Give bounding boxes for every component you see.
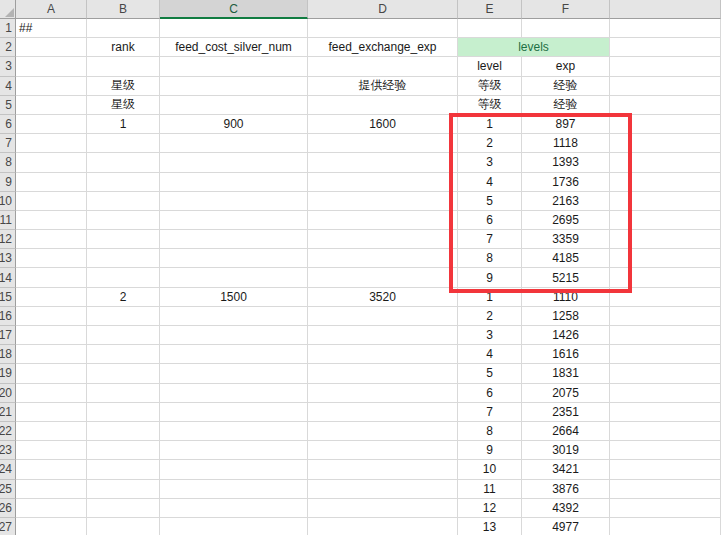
cell-B22[interactable] xyxy=(87,422,160,441)
cell-D22[interactable] xyxy=(308,422,458,441)
cell-A16[interactable] xyxy=(16,307,87,326)
cell-G13[interactable] xyxy=(610,249,721,268)
cell-A8[interactable] xyxy=(16,153,87,172)
cell-A13[interactable] xyxy=(16,249,87,268)
cell-E6[interactable]: 1 xyxy=(458,115,522,134)
cell-F19[interactable]: 1831 xyxy=(522,364,610,383)
cell-A15[interactable] xyxy=(16,288,87,307)
cell-F3[interactable]: exp xyxy=(522,57,610,76)
cell-F26[interactable]: 4392 xyxy=(522,499,610,518)
cell-C9[interactable] xyxy=(160,173,308,192)
cell-D7[interactable] xyxy=(308,134,458,153)
cell-F21[interactable]: 2351 xyxy=(522,403,610,422)
cell-C24[interactable] xyxy=(160,460,308,479)
cell-F23[interactable]: 3019 xyxy=(522,441,610,460)
cell-C18[interactable] xyxy=(160,345,308,364)
cell-G1[interactable] xyxy=(610,19,721,38)
cell-B4[interactable]: 星级 xyxy=(87,77,160,96)
cell-C25[interactable] xyxy=(160,480,308,499)
cell-E23[interactable]: 9 xyxy=(458,441,522,460)
cell-B18[interactable] xyxy=(87,345,160,364)
cell-D23[interactable] xyxy=(308,441,458,460)
cell-F24[interactable]: 3421 xyxy=(522,460,610,479)
cell-F11[interactable]: 2695 xyxy=(522,211,610,230)
cell-B20[interactable] xyxy=(87,384,160,403)
cell-B7[interactable] xyxy=(87,134,160,153)
cell-F15[interactable]: 1110 xyxy=(522,288,610,307)
cell-G14[interactable] xyxy=(610,268,721,287)
row-header-27[interactable]: 27 xyxy=(0,518,16,535)
column-header-d[interactable]: D xyxy=(308,0,458,19)
cell-F9[interactable]: 1736 xyxy=(522,173,610,192)
cell-E8[interactable]: 3 xyxy=(458,153,522,172)
cell-F27[interactable]: 4977 xyxy=(522,518,610,535)
cell-B27[interactable] xyxy=(87,518,160,535)
row-header-4[interactable]: 4 xyxy=(0,77,16,96)
cell-B14[interactable] xyxy=(87,268,160,287)
cell-E14[interactable]: 9 xyxy=(458,268,522,287)
cell-B13[interactable] xyxy=(87,249,160,268)
cell-D5[interactable] xyxy=(308,96,458,115)
cell-C14[interactable] xyxy=(160,268,308,287)
cell-D13[interactable] xyxy=(308,249,458,268)
cell-B15[interactable]: 2 xyxy=(87,288,160,307)
cell-B3[interactable] xyxy=(87,57,160,76)
cell-B24[interactable] xyxy=(87,460,160,479)
row-header-13[interactable]: 13 xyxy=(0,249,16,268)
cell-C6[interactable]: 900 xyxy=(160,115,308,134)
cell-C13[interactable] xyxy=(160,249,308,268)
cell-D19[interactable] xyxy=(308,364,458,383)
cell-E20[interactable]: 6 xyxy=(458,384,522,403)
cell-B21[interactable] xyxy=(87,403,160,422)
cell-A21[interactable] xyxy=(16,403,87,422)
cell-E27[interactable]: 13 xyxy=(458,518,522,535)
column-header-a[interactable]: A xyxy=(16,0,87,19)
cell-B6[interactable]: 1 xyxy=(87,115,160,134)
cell-E13[interactable]: 8 xyxy=(458,249,522,268)
cell-G7[interactable] xyxy=(610,134,721,153)
cell-G22[interactable] xyxy=(610,422,721,441)
cell-D1[interactable] xyxy=(308,19,458,38)
cell-G12[interactable] xyxy=(610,230,721,249)
cell-A19[interactable] xyxy=(16,364,87,383)
cell-C2[interactable]: feed_cost_silver_num xyxy=(160,38,308,57)
cell-D8[interactable] xyxy=(308,153,458,172)
cell-G21[interactable] xyxy=(610,403,721,422)
cell-B2[interactable]: rank xyxy=(87,38,160,57)
cell-G9[interactable] xyxy=(610,173,721,192)
cell-A25[interactable] xyxy=(16,480,87,499)
cell-D3[interactable] xyxy=(308,57,458,76)
cell-C20[interactable] xyxy=(160,384,308,403)
row-header-7[interactable]: 7 xyxy=(0,134,16,153)
cell-C17[interactable] xyxy=(160,326,308,345)
cell-B17[interactable] xyxy=(87,326,160,345)
cell-A12[interactable] xyxy=(16,230,87,249)
cell-D2[interactable]: feed_exchange_exp xyxy=(308,38,458,57)
cell-B23[interactable] xyxy=(87,441,160,460)
cell-C11[interactable] xyxy=(160,211,308,230)
column-header-e[interactable]: E xyxy=(458,0,522,19)
cell-F14[interactable]: 5215 xyxy=(522,268,610,287)
cell-E19[interactable]: 5 xyxy=(458,364,522,383)
row-header-24[interactable]: 24 xyxy=(0,460,16,479)
levels-merged-cell[interactable]: levels xyxy=(458,38,610,57)
cell-F10[interactable]: 2163 xyxy=(522,192,610,211)
cell-D27[interactable] xyxy=(308,518,458,535)
cell-F16[interactable]: 1258 xyxy=(522,307,610,326)
cell-A23[interactable] xyxy=(16,441,87,460)
cell-G27[interactable] xyxy=(610,518,721,535)
cell-C15[interactable]: 1500 xyxy=(160,288,308,307)
column-header-f[interactable]: F xyxy=(522,0,610,19)
cell-A1[interactable]: ## xyxy=(16,19,87,38)
cell-E3[interactable]: level xyxy=(458,57,522,76)
cell-F13[interactable]: 4185 xyxy=(522,249,610,268)
cell-E22[interactable]: 8 xyxy=(458,422,522,441)
cell-E17[interactable]: 3 xyxy=(458,326,522,345)
cell-A20[interactable] xyxy=(16,384,87,403)
row-header-21[interactable]: 21 xyxy=(0,403,16,422)
row-header-11[interactable]: 11 xyxy=(0,211,16,230)
cell-C1[interactable] xyxy=(160,19,308,38)
column-header-c[interactable]: C xyxy=(160,0,308,19)
cell-B5[interactable]: 星级 xyxy=(87,96,160,115)
cell-A26[interactable] xyxy=(16,499,87,518)
